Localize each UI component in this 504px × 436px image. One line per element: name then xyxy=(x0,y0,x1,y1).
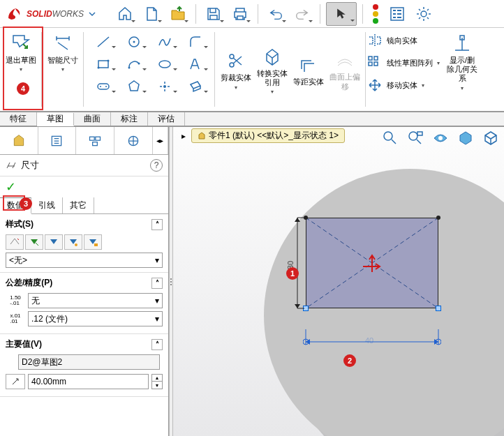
slot-tool[interactable] xyxy=(88,75,119,98)
display-relations-button[interactable]: 显示/删除几何关系 ▾ xyxy=(445,31,479,93)
svg-rect-5 xyxy=(393,17,396,18)
svg-rect-24 xyxy=(374,62,378,66)
svg-point-13 xyxy=(128,67,131,69)
style-title: 样式(S) xyxy=(6,218,34,230)
svg-rect-22 xyxy=(374,57,378,60)
sub-tab-other[interactable]: 其它 xyxy=(63,197,94,213)
print-button[interactable] xyxy=(228,2,252,26)
tolerance-type-select[interactable]: 无▾ xyxy=(28,293,163,308)
ellipse-tool[interactable] xyxy=(149,53,180,75)
dim-value-icon xyxy=(6,374,25,389)
logo-solid: SOLID xyxy=(27,9,52,19)
app-menu-dropdown-icon[interactable] xyxy=(88,10,96,18)
mirror-button[interactable]: 镜向实体 xyxy=(367,31,440,50)
dimension-value-input[interactable] xyxy=(28,374,149,389)
feature-tree-tab[interactable] xyxy=(0,127,38,154)
more-tab[interactable]: ◂▸ xyxy=(153,127,168,154)
dimension-name-field[interactable]: D2@草图2 xyxy=(18,354,160,370)
tab-surface[interactable]: 曲面 xyxy=(74,112,111,126)
arc-tool[interactable] xyxy=(119,53,149,75)
collapse-main-value[interactable]: ˄ xyxy=(151,339,163,350)
ribbon-group-display: 显示/删除几何关系 ▾ xyxy=(441,28,483,111)
tab-sketch[interactable]: 草图 xyxy=(37,113,74,126)
plane-tool[interactable] xyxy=(180,75,211,98)
graphics-viewport[interactable]: ▸ 零件1 (默认) <<默认>_显示状态 1> xyxy=(173,127,504,436)
linear-pattern-button[interactable]: 线性草图阵列 ▾ xyxy=(367,53,440,73)
text-tool[interactable] xyxy=(180,53,211,75)
new-button[interactable] xyxy=(140,2,163,26)
tab-annotate[interactable]: 标注 xyxy=(111,112,148,126)
collapse-style[interactable]: ˄ xyxy=(151,219,163,230)
exit-sketch-button[interactable]: 退出草图 ▾ xyxy=(4,31,38,74)
svg-rect-32 xyxy=(94,243,98,246)
svg-rect-28 xyxy=(96,137,101,140)
main-area: ◂▸ 尺寸 ? ✓ 数值 引线 其它 样式(S)˄ <无>▾ xyxy=(0,127,504,436)
panel-header: 尺寸 ? xyxy=(0,155,168,176)
style-btn-1[interactable] xyxy=(6,234,24,250)
model-canvas[interactable]: 30 40 xyxy=(173,127,504,436)
save-button[interactable] xyxy=(202,2,225,26)
redo-button[interactable] xyxy=(290,2,314,26)
spin-up[interactable]: ▲ xyxy=(151,374,163,382)
smart-dimension-label: 智能尺寸 xyxy=(47,56,78,65)
confirm-button[interactable]: ✓ xyxy=(6,179,16,195)
svg-point-47 xyxy=(304,216,308,220)
svg-point-7 xyxy=(421,11,427,17)
style-select[interactable]: <无>▾ xyxy=(6,253,163,268)
style-btn-5[interactable] xyxy=(84,234,102,250)
spin-down[interactable]: ▼ xyxy=(151,382,163,389)
style-btn-3[interactable] xyxy=(45,234,63,250)
property-tab[interactable] xyxy=(38,127,77,154)
ribbon-group-sketch: 退出草图 ▾ xyxy=(0,28,42,111)
undo-button[interactable] xyxy=(264,2,288,26)
offset-label: 等距实体 xyxy=(293,77,324,87)
tab-evaluate[interactable]: 评估 xyxy=(148,112,185,126)
move-entities-button[interactable]: 移动实体 ▾ xyxy=(367,75,440,95)
smart-dimension-button[interactable]: 智能尺寸 ▾ xyxy=(46,31,80,74)
sub-tab-leader[interactable]: 引线 xyxy=(31,197,63,213)
svg-rect-4 xyxy=(397,13,401,15)
point-tool[interactable] xyxy=(149,75,180,98)
exit-sketch-label: 退出草图 xyxy=(6,56,36,65)
sketch-handle[interactable] xyxy=(436,306,441,311)
style-btn-4[interactable] xyxy=(64,234,82,250)
svg-rect-1 xyxy=(393,10,396,11)
polygon-tool[interactable] xyxy=(119,75,149,98)
sketch-origin-icon xyxy=(362,253,383,273)
help-button[interactable]: ? xyxy=(150,159,163,172)
options-button[interactable] xyxy=(385,2,409,26)
select-button[interactable] xyxy=(326,2,357,26)
surface-offset-label: 曲面上偏移 xyxy=(329,73,360,91)
collapse-tolerance[interactable]: ˄ xyxy=(151,278,163,289)
settings-button[interactable] xyxy=(412,2,436,26)
line-tool[interactable] xyxy=(88,31,119,53)
circle-tool[interactable] xyxy=(119,31,149,53)
rectangle-tool[interactable] xyxy=(88,53,119,75)
horizontal-dim-value[interactable]: 40 xyxy=(365,336,373,345)
spline-tool[interactable] xyxy=(149,31,180,53)
style-buttons xyxy=(6,234,163,250)
dimension-icon xyxy=(6,160,17,171)
svg-point-18 xyxy=(163,85,166,88)
logo-works: WORKS xyxy=(52,9,84,19)
property-panel: ◂▸ 尺寸 ? ✓ 数值 引线 其它 样式(S)˄ <无>▾ xyxy=(0,127,169,436)
confirm-row: ✓ xyxy=(0,176,168,197)
tolerance-precision-select[interactable]: .12 (文件)▾ xyxy=(28,311,163,326)
tutorial-badge-2: 2 xyxy=(343,354,356,367)
config-tab[interactable] xyxy=(76,127,114,154)
style-section: 样式(S)˄ <无>▾ xyxy=(0,214,168,273)
offset-entities-button[interactable]: 等距实体 xyxy=(292,52,325,88)
tab-features[interactable]: 特征 xyxy=(0,112,37,126)
convert-entities-button[interactable]: 转换实体引用 ▾ xyxy=(255,44,289,96)
style-btn-2[interactable] xyxy=(25,234,43,250)
trim-button[interactable]: 剪裁实体 ▾ xyxy=(219,48,253,91)
home-button[interactable] xyxy=(113,2,137,26)
dim-tab[interactable] xyxy=(114,127,153,154)
surface-offset-button: 曲面上偏移 xyxy=(328,47,362,92)
svg-rect-29 xyxy=(93,142,98,145)
panel-tabs: ◂▸ xyxy=(0,127,168,155)
fillet-tool[interactable] xyxy=(180,31,211,53)
move-label: 移动实体 xyxy=(387,80,417,91)
rebuild-status-icon xyxy=(369,3,383,24)
open-button[interactable] xyxy=(166,2,190,26)
